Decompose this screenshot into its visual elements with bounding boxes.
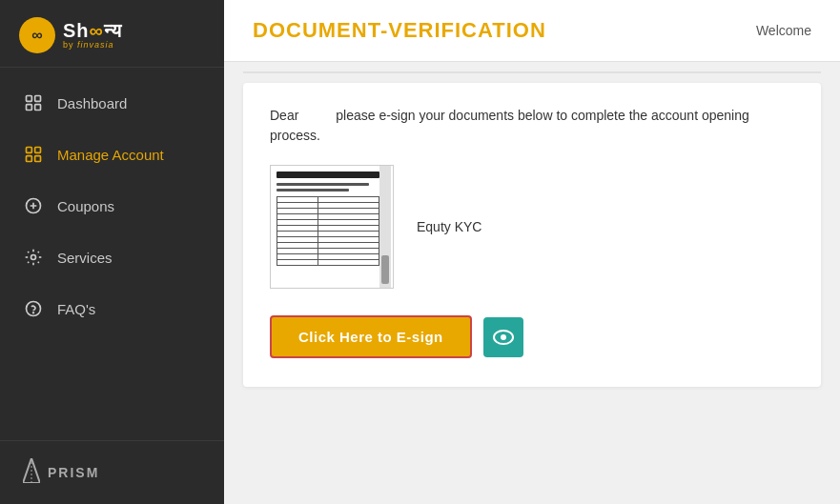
sidebar-item-manage-account[interactable]: Manage Account	[0, 129, 224, 180]
document-section: Equty KYC	[270, 165, 794, 289]
doc-header-line	[277, 171, 379, 178]
doc-line	[277, 189, 349, 192]
logo-text: Sh∞न्य by finvasia	[63, 21, 122, 50]
main-content: DOCUMENT-VERIFICATION Welcome Dear pleas…	[224, 0, 840, 504]
manage-account-icon	[23, 144, 44, 165]
doc-content	[271, 166, 393, 288]
main-body: Dear please e-sign your documents below …	[224, 62, 840, 504]
prism-logo: PRISM	[23, 458, 201, 487]
svg-point-15	[33, 312, 34, 313]
doc-scroll-indicator	[379, 166, 391, 288]
logo-main-text: Sh∞न्य	[63, 21, 122, 40]
svg-rect-0	[27, 96, 32, 102]
svg-rect-6	[27, 156, 32, 162]
svg-rect-4	[27, 148, 32, 153]
svg-rect-1	[35, 96, 41, 102]
sidebar-item-dashboard[interactable]: Dashboard	[0, 77, 224, 129]
prism-brand-text: PRISM	[48, 465, 99, 480]
logo-icon: ∞	[19, 17, 55, 53]
sidebar-item-services[interactable]: Services	[0, 232, 224, 283]
separator	[243, 71, 821, 73]
svg-point-19	[501, 334, 506, 340]
coupons-icon	[23, 195, 44, 216]
main-header: DOCUMENT-VERIFICATION Welcome	[224, 0, 840, 62]
eye-icon	[493, 330, 514, 345]
svg-rect-5	[35, 148, 41, 153]
sidebar-footer: PRISM	[0, 440, 224, 504]
instruction-message: please e-sign your documents below to co…	[270, 108, 749, 143]
sidebar: ∞ Sh∞न्य by finvasia Dashboard	[0, 0, 224, 504]
sidebar-item-label: FAQ's	[57, 301, 95, 317]
greeting-label: Dear	[270, 108, 298, 123]
logo-sub-text: by finvasia	[63, 40, 122, 50]
sidebar-item-faqs[interactable]: FAQ's	[0, 283, 224, 334]
page-title: DOCUMENT-VERIFICATION	[253, 18, 546, 43]
action-row: Click Here to E-sign	[270, 315, 794, 358]
faqs-icon	[23, 298, 44, 319]
sidebar-item-label: Coupons	[57, 198, 114, 214]
doc-table	[277, 196, 379, 266]
sidebar-item-label: Dashboard	[57, 95, 127, 111]
document-preview	[270, 165, 394, 289]
svg-rect-3	[35, 105, 41, 111]
dashboard-icon	[23, 92, 44, 113]
services-icon	[23, 247, 44, 268]
instruction-text: Dear please e-sign your documents below …	[270, 106, 794, 146]
prism-triangle-icon	[23, 458, 40, 483]
svg-rect-2	[27, 105, 32, 111]
verification-card: Dear please e-sign your documents below …	[243, 83, 821, 387]
svg-rect-7	[35, 156, 41, 162]
sidebar-item-coupons[interactable]: Coupons	[0, 180, 224, 232]
esign-button[interactable]: Click Here to E-sign	[270, 315, 472, 358]
doc-line	[277, 183, 369, 186]
doc-scroll-thumb	[381, 255, 389, 284]
sidebar-navigation: Dashboard Manage Account C	[0, 68, 224, 440]
sidebar-item-label: Services	[57, 250, 113, 266]
sidebar-item-label: Manage Account	[57, 147, 164, 163]
view-button[interactable]	[483, 317, 523, 357]
sidebar-logo: ∞ Sh∞न्य by finvasia	[0, 0, 224, 68]
welcome-text: Welcome	[756, 23, 811, 38]
document-label: Equty KYC	[417, 219, 481, 234]
infinity-icon: ∞	[31, 27, 42, 44]
svg-point-9	[31, 255, 36, 260]
